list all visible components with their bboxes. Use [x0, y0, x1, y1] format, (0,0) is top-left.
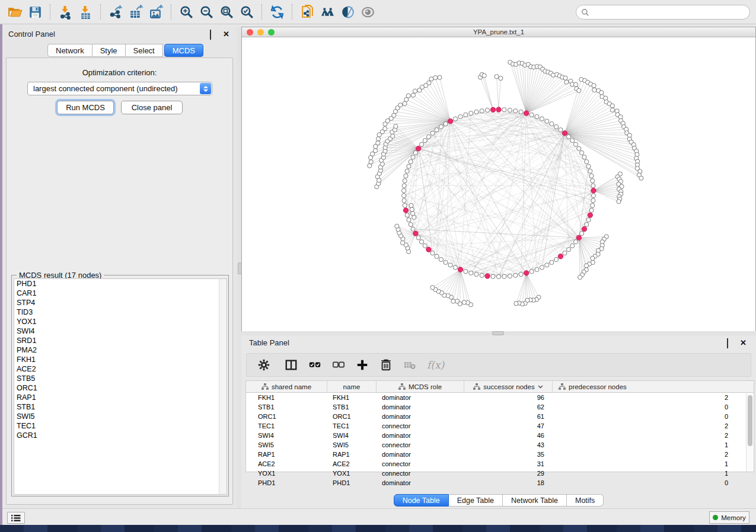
graphics-details-toggle-icon[interactable] — [359, 3, 377, 21]
table-cell: 1 — [553, 470, 743, 477]
export-network-icon[interactable] — [107, 3, 125, 21]
table-row[interactable]: STB1STB1dominator620 — [246, 402, 754, 412]
optimization-criterion-select[interactable]: largest connected component (undirected) — [27, 82, 212, 95]
network-canvas[interactable] — [242, 38, 755, 331]
delete-column-icon[interactable] — [378, 357, 394, 373]
network-window-titlebar[interactable]: YPA_prune.txt_1 — [242, 27, 755, 37]
export-image-icon[interactable] — [147, 3, 165, 21]
table-cell: RAP1 — [246, 451, 327, 458]
zoom-selected-icon[interactable] — [238, 3, 256, 21]
window-maximize-icon[interactable] — [268, 29, 275, 36]
app-window: Control Panel ✕ Network Style Select MCD… — [2, 0, 756, 525]
table-row[interactable]: PHD1PHD1dominator180 — [246, 478, 754, 488]
show-columns-icon[interactable] — [283, 357, 299, 373]
mcds-result-node[interactable]: RAP1 — [14, 393, 227, 402]
search-objects-icon[interactable] — [318, 3, 336, 21]
column-header-predecessor-nodes[interactable]: predecessor nodes — [553, 381, 743, 392]
mcds-result-node[interactable]: GCR1 — [14, 431, 227, 440]
table-row[interactable]: SWI5SWI5connector431 — [246, 440, 754, 450]
tab-style[interactable]: Style — [92, 44, 126, 57]
float-panel-icon[interactable] — [210, 30, 218, 38]
table-cell: FKH1 — [327, 394, 377, 401]
table-row[interactable]: YOX1YOX1connector291 — [246, 469, 754, 478]
task-history-button[interactable] — [7, 512, 25, 524]
float-panel-icon[interactable] — [727, 339, 735, 347]
table-row[interactable]: RAP1RAP1dominator352 — [246, 450, 754, 459]
apply-function-icon[interactable]: f(x) — [427, 359, 444, 371]
delete-table-icon[interactable] — [402, 357, 417, 373]
tab-edge-table[interactable]: Edge Table — [449, 494, 503, 507]
mcds-result-list[interactable]: PHD1CAR1STP4TID3YOX1SWI4SRD1PMA2FKH1ACE2… — [14, 278, 227, 495]
tab-motifs[interactable]: Motifs — [567, 494, 604, 507]
memory-label: Memory — [721, 514, 746, 521]
import-network-icon[interactable] — [56, 3, 74, 21]
horizontal-split-divider[interactable] — [241, 331, 756, 335]
zoom-fit-icon[interactable] — [218, 3, 235, 21]
close-panel-button[interactable]: Close panel — [121, 101, 183, 114]
toolbar-separator — [292, 4, 292, 20]
close-panel-icon[interactable]: ✕ — [740, 339, 748, 347]
memory-button[interactable]: Memory — [709, 511, 749, 524]
tab-network[interactable]: Network — [47, 44, 92, 57]
table-row[interactable]: ACE2ACE2connector311 — [246, 459, 754, 469]
mcds-result-node[interactable]: CAR1 — [14, 289, 227, 298]
mcds-result-node[interactable]: SRD1 — [14, 336, 227, 345]
table-cell: 0 — [553, 479, 743, 486]
tab-select[interactable]: Select — [126, 44, 163, 57]
mcds-result-node[interactable]: PHD1 — [14, 279, 227, 289]
table-row[interactable]: SWI4SWI4dominator462 — [246, 431, 754, 440]
column-header-name[interactable]: name — [327, 381, 377, 392]
table-options-icon[interactable] — [256, 357, 272, 373]
mcds-result-node[interactable]: PMA2 — [14, 345, 227, 355]
mcds-result-node[interactable]: YOX1 — [14, 317, 227, 326]
mcds-result-node[interactable]: STP4 — [14, 298, 227, 307]
desktop-background-bottom — [0, 525, 756, 532]
status-bar: Memory — [2, 508, 756, 525]
mcds-result-node[interactable]: ACE2 — [14, 364, 227, 374]
mcds-result-node[interactable]: SWI4 — [14, 326, 227, 336]
mcds-result-node[interactable]: STB1 — [14, 402, 227, 412]
select-all-icon[interactable] — [307, 357, 323, 373]
table-row[interactable]: ORC1ORC1dominator610 — [246, 412, 754, 421]
tab-mcds[interactable]: MCDS — [164, 44, 203, 57]
window-minimize-icon[interactable] — [257, 29, 264, 36]
refresh-view-icon[interactable] — [268, 3, 286, 21]
network-graph[interactable] — [242, 38, 755, 331]
add-column-icon[interactable] — [355, 357, 370, 373]
table-cell: 2 — [553, 394, 743, 401]
run-mcds-button[interactable]: Run MCDS — [57, 101, 114, 114]
column-header-mcds-role[interactable]: MCDS role — [377, 381, 464, 392]
scrollbar-thumb[interactable] — [748, 395, 752, 446]
mcds-result-node[interactable]: ORC1 — [14, 383, 227, 393]
mcds-result-node[interactable]: SWI5 — [14, 412, 227, 421]
clone-network-icon[interactable] — [298, 3, 316, 21]
memory-status-icon — [713, 515, 718, 520]
import-table-icon[interactable] — [76, 3, 94, 21]
table-row[interactable]: FKH1FKH1dominator962 — [246, 393, 754, 402]
mcds-result-node[interactable]: TID3 — [14, 307, 227, 317]
close-panel-icon[interactable]: ✕ — [223, 30, 231, 38]
optimization-criterion-label: Optimization criterion: — [7, 68, 232, 77]
mcds-result-node[interactable]: FKH1 — [14, 355, 227, 364]
table-header-row: shared name name MCDS role successor nod… — [246, 381, 754, 393]
tab-network-table[interactable]: Network Table — [503, 494, 567, 507]
save-session-icon[interactable] — [26, 3, 44, 21]
divider-grip[interactable] — [492, 331, 504, 335]
mcds-list-scrollbar[interactable] — [219, 279, 227, 494]
mcds-result-node[interactable]: TEC1 — [14, 421, 227, 431]
zoom-out-icon[interactable] — [197, 3, 215, 21]
zoom-in-icon[interactable] — [177, 3, 195, 21]
search-input[interactable] — [589, 8, 749, 17]
window-close-icon[interactable] — [247, 29, 253, 36]
table-row[interactable]: TEC1TEC1connector472 — [246, 421, 754, 431]
open-file-icon[interactable] — [6, 3, 24, 21]
tab-node-table[interactable]: Node Table — [394, 494, 449, 507]
column-header-successor-nodes[interactable]: successor nodes — [464, 381, 553, 392]
deselect-all-icon[interactable] — [331, 357, 346, 373]
vizmapper-toggle-icon[interactable] — [339, 3, 356, 21]
table-scrollbar[interactable] — [746, 393, 753, 472]
column-header-shared-name[interactable]: shared name — [246, 381, 327, 392]
table-cell: connector — [377, 422, 464, 430]
export-table-icon[interactable] — [127, 3, 145, 21]
mcds-result-node[interactable]: STB5 — [14, 374, 227, 383]
